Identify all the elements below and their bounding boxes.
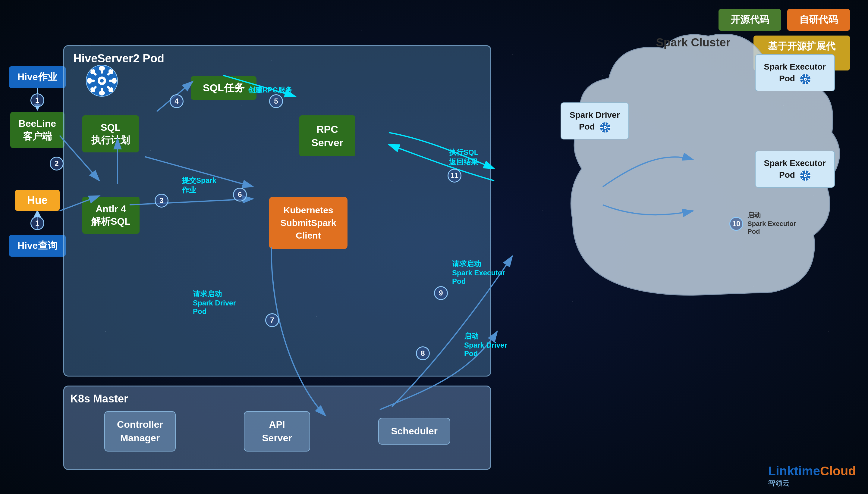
svg-point-4 xyxy=(100,79,104,82)
hiveserver-pod: HiveServer2 Pod xyxy=(63,45,491,377)
step-num-2: 2 xyxy=(50,157,63,170)
label-request-driver: 请求启动Spark DriverPod xyxy=(193,289,236,316)
controller-manager-box: ControllerManager xyxy=(104,411,176,452)
svg-point-23 xyxy=(605,127,606,128)
spark-executor-pod-1: Spark ExecutorPod xyxy=(755,54,835,91)
k8s-helm-icon xyxy=(85,64,118,98)
logo-sub: 智领云 xyxy=(768,478,856,488)
svg-point-16 xyxy=(112,78,117,84)
label-request-executor: 请求启动Spark ExecutorPod xyxy=(452,259,505,286)
label-execute-sql: 执行SQL返回结果 xyxy=(449,148,478,167)
k8s-submit-box: Kubernetes SubmitSpark Client xyxy=(269,197,348,249)
label-create-rpc: 创建RPC服务 xyxy=(248,85,292,95)
spark-executor-pod-2: Spark ExecutorPod xyxy=(755,151,835,188)
step-num-5: 5 xyxy=(269,94,283,108)
hiveserver-pod-title: HiveServer2 Pod xyxy=(73,52,484,65)
step-num-1b: 1 xyxy=(31,216,44,230)
svg-point-45 xyxy=(805,175,806,176)
logo-area: LinktimeCloud 智领云 xyxy=(768,464,856,488)
spark-cluster-title: Spark Cluster xyxy=(656,36,730,49)
k8s-master: K8s Master ControllerManager APIServer S… xyxy=(63,385,491,470)
label-start-executor: 启动Spark ExecutorPod xyxy=(747,211,796,235)
step-num-3: 3 xyxy=(154,194,168,208)
antlr-box: Antlr 4 解析SQL xyxy=(82,197,140,234)
svg-point-34 xyxy=(805,79,806,80)
k8s-master-title: K8s Master xyxy=(70,393,484,405)
beeline-box: SQL BeeLine客户端 xyxy=(10,112,64,148)
step-num-8: 8 xyxy=(416,346,430,360)
step-num-4: 4 xyxy=(170,94,184,108)
svg-point-14 xyxy=(99,91,105,95)
step-num-11: 11 xyxy=(447,169,461,183)
spark-driver-pod: Spark Driver Pod xyxy=(560,102,629,139)
master-boxes: ControllerManager APIServer Scheduler xyxy=(70,411,484,452)
hive-job-box: Hive作业 xyxy=(9,66,66,88)
scheduler-box: Scheduler xyxy=(378,418,450,444)
sql-plan-box: SQL 执行计划 xyxy=(82,115,139,152)
hue-section: Hue 1 Hive查询 xyxy=(9,190,66,256)
hive-query-box: Hive查询 xyxy=(9,235,66,256)
left-panel: Hive作业 1 SQL BeeLine客户端 xyxy=(9,66,66,148)
svg-point-15 xyxy=(87,78,92,84)
step-num-1a: 1 xyxy=(31,93,44,107)
hue-box: Hue xyxy=(15,190,60,211)
label-submit-spark: 提交Spark作业 xyxy=(182,176,216,195)
svg-point-13 xyxy=(99,66,105,71)
sql-task-box: SQL任务 xyxy=(191,76,257,100)
spark-cluster: Spark Cluster Spark Driver Pod xyxy=(542,24,844,340)
step-num-10: 10 xyxy=(730,217,743,231)
step-num-9: 9 xyxy=(434,286,448,300)
rpc-server-box: RPC Server xyxy=(299,115,355,156)
label-start-driver: 启动Spark DriverPod xyxy=(464,331,507,358)
logo-brand: LinktimeCloud xyxy=(768,464,856,478)
step-num-6: 6 xyxy=(233,188,247,202)
step-num-7: 7 xyxy=(265,313,279,327)
api-server-box: APIServer xyxy=(244,411,310,452)
